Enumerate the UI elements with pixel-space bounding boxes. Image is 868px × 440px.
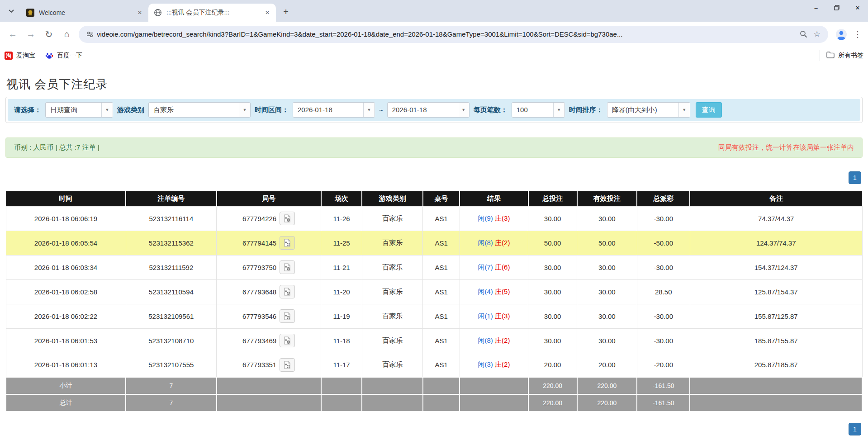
game-kind-select[interactable]: 百家乐 ▼ [148,102,251,118]
page-1-button[interactable]: 1 [849,171,861,184]
url-text[interactable]: videoie.com/game/betrecord_search/kind3?… [97,30,797,38]
time-sort-select[interactable]: 降幂(由大到小) ▼ [607,102,690,118]
maximize-button[interactable] [826,0,847,15]
total-bet[interactable]: 30.00 [528,304,577,328]
profile-avatar[interactable] [834,27,849,42]
summary-total-bet: 220.00 [528,394,577,412]
total-bet[interactable]: 50.00 [528,231,577,255]
bet-number: 523132107555 [126,353,217,377]
result-cell: 闲(8) 庄(2) [460,328,528,353]
chevron-down-icon[interactable]: ▼ [553,103,564,117]
date-end-select[interactable]: 2026-01-18 ▼ [387,102,470,118]
total-bet[interactable]: 30.00 [528,279,577,304]
summary-count: 7 [126,394,217,412]
per-page-select[interactable]: 100 ▼ [512,102,565,118]
bookmark-star-button[interactable]: ☆ [810,28,824,41]
all-bookmarks-button[interactable]: 所有书签 [820,50,863,61]
table-row: 2026-01-18 06:02:22 523132109561 6777935… [6,304,862,328]
total-bet[interactable]: 30.00 [528,206,577,231]
restore-icon [834,5,840,10]
chevron-down-icon[interactable]: ▼ [101,103,113,117]
minimize-button[interactable]: – [806,0,826,15]
home-button[interactable]: ⌂ [59,26,75,43]
page-1-button[interactable]: 1 [849,423,861,435]
table-number: AS1 [423,353,460,377]
video-replay-button[interactable] [280,260,295,274]
globe-icon [154,9,162,17]
result-banker: 庄(6) [495,263,510,271]
back-button[interactable]: ← [5,26,21,43]
video-replay-button[interactable] [280,358,295,372]
video-file-icon [284,214,291,222]
chevron-down-icon[interactable]: ▼ [458,103,469,117]
video-replay-button[interactable] [280,334,295,347]
round-number-cell: 677793750 [217,255,321,279]
video-file-icon [284,312,291,320]
round-number: 677793648 [242,288,276,296]
result-cell: 闲(1) 庄(3) [460,304,528,328]
video-replay-button[interactable] [280,236,295,250]
total-bet[interactable]: 30.00 [528,255,577,279]
address-bar[interactable]: videoie.com/game/betrecord_search/kind3?… [79,26,828,43]
tab-close-icon[interactable]: ✕ [263,9,271,17]
tab-strip: Welcome ✕ :::视讯 会员下注纪录::: ✕ + – ✕ [0,0,868,22]
video-file-icon [284,239,291,247]
total-bet[interactable]: 20.00 [528,353,577,377]
round-number: 677793469 [242,337,276,345]
valid-bet: 50.00 [577,231,637,255]
filter-bar: 请选择： 日期查询 ▼ 游戏类别 百家乐 ▼ 时间区间： 2026-01-18 … [8,99,860,121]
round-number-cell: 677793351 [217,353,321,377]
table-summary: 小计 7 220.00 220.00 -161.50 总计 7 220.00 2… [6,377,862,412]
welcome-tab-favicon-icon [26,9,34,17]
table-row: 2026-01-18 06:02:58 523132110594 6777936… [6,279,862,304]
table-number: AS1 [423,328,460,353]
forward-button[interactable]: → [23,26,39,43]
summary-label: 总计 [6,394,126,412]
pagination-bottom: 1 [5,423,863,435]
taobao-icon: 淘 [5,52,13,60]
column-header-5: 桌号 [423,191,460,206]
site-settings-button[interactable] [83,28,97,41]
per-page-value: 100 [512,103,553,117]
summary-count: 7 [126,377,217,394]
result-banker: 庄(5) [495,288,510,295]
video-replay-button[interactable] [280,285,295,298]
table-number: AS1 [423,304,460,328]
video-file-icon [284,361,291,369]
video-replay-button[interactable] [280,212,295,225]
date-start-select[interactable]: 2026-01-18 ▼ [293,102,375,118]
browser-menu-button[interactable]: ⋮ [851,28,864,41]
tab-search-button[interactable] [5,5,18,18]
game-kind: 百家乐 [362,304,422,328]
session-number: 11-25 [321,231,362,255]
time-sort-value: 降幂(由大到小) [607,103,678,117]
table-row: 2026-01-18 06:01:53 523132108710 6777934… [6,328,862,353]
video-replay-button[interactable] [280,309,295,323]
total-bet[interactable]: 30.00 [528,328,577,353]
summary-row: 总计 7 220.00 220.00 -161.50 [6,394,862,412]
bookmark-aitaobao[interactable]: 淘 爱淘宝 [5,52,35,60]
reload-button[interactable]: ↻ [41,26,57,43]
tab-close-icon[interactable]: ✕ [136,9,144,17]
new-tab-button[interactable]: + [280,5,292,18]
round-number: 677793750 [242,264,276,271]
bet-number: 523132110594 [126,279,217,304]
query-type-select[interactable]: 日期查询 ▼ [45,102,113,118]
tab-welcome[interactable]: Welcome ✕ [21,4,148,22]
chevron-down-icon[interactable]: ▼ [239,103,250,117]
search-button[interactable]: 查询 [696,102,722,118]
column-header-2: 局号 [217,191,321,206]
column-header-7: 总投注 [528,191,577,206]
chevron-down-icon[interactable]: ▼ [363,103,375,117]
chevron-down-icon[interactable]: ▼ [678,103,690,117]
bookmark-baidu[interactable]: 百度一下 [45,52,82,60]
tab-betrecord[interactable]: :::视讯 会员下注纪录::: ✕ [148,4,276,22]
zoom-button[interactable] [797,28,810,41]
result-banker: 庄(3) [495,214,510,222]
game-kind: 百家乐 [362,279,422,304]
game-kind: 百家乐 [362,255,422,279]
video-file-icon [284,263,291,271]
close-window-button[interactable]: ✕ [847,0,868,15]
game-kind: 百家乐 [362,206,422,231]
date-start-value: 2026-01-18 [293,103,363,117]
